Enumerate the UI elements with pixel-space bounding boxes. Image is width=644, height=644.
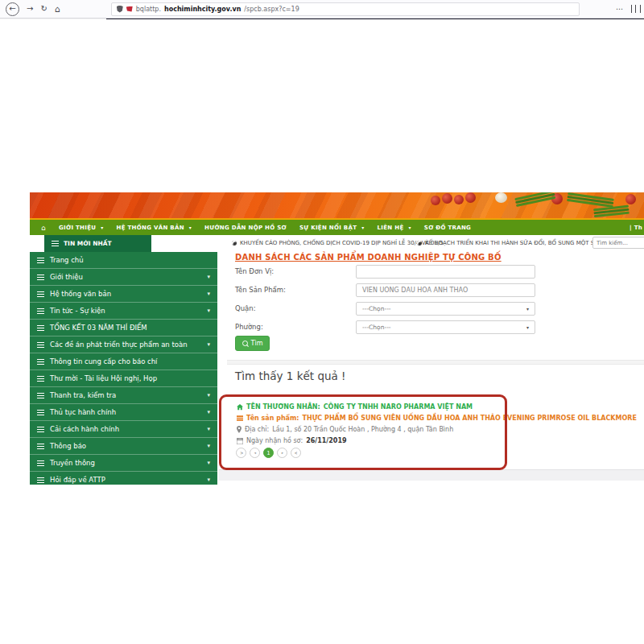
nav-item-so-do-trang[interactable]: SƠ ĐỒ TRANG (418, 225, 477, 231)
list-icon (37, 410, 44, 415)
sidebar-item-label: Trang chủ (50, 256, 84, 264)
library-icon[interactable] (631, 5, 641, 13)
sidebar-item-thong-tin-bao-chi[interactable]: Thông tin cung cấp cho báo chí (30, 353, 217, 370)
chevron-down-icon: ▾ (207, 426, 210, 432)
quan-select-value: ---Chọn--- (362, 305, 391, 312)
sidebar-item-thong-bao[interactable]: Thông báo▾ (30, 438, 217, 455)
field-label-ten-san-pham: Tên Sản Phẩm: (235, 286, 286, 294)
list-icon (37, 325, 44, 331)
site-favicon-icon (126, 6, 133, 12)
ticker-item[interactable]: KHUYẾN CÁO PHÒNG, CHỐNG DỊCH COVID-19 DỊ… (232, 240, 444, 246)
chevron-down-icon: ▾ (207, 460, 210, 466)
back-button[interactable]: ← (6, 2, 19, 16)
sidebar-item-label: Hỏi đáp về ATTP (50, 476, 105, 484)
ten-don-vi-input[interactable] (356, 265, 535, 279)
sidebar-item-cac-de-an[interactable]: Các đề án phát triển thực phẩm an toàn▾ (30, 336, 217, 353)
address-bar[interactable]: bqlattp.hochiminhcity.gov.vn/spcb.aspx?c… (111, 2, 580, 16)
forward-icon[interactable]: → (27, 5, 33, 13)
url-prefix: bqlattp. (136, 6, 161, 13)
list-icon (37, 477, 44, 483)
search-button-label: Tìm (251, 340, 263, 347)
list-icon (37, 444, 44, 449)
ticker-item[interactable]: KẾ HOẠCH TRIỂN KHAI THI HÀNH SỬA ĐỔI, BỔ… (417, 240, 613, 246)
nav-home-icon[interactable]: ⌂ (30, 224, 52, 232)
sidebar-item-label: Thông tin cung cấp cho báo chí (50, 357, 157, 365)
list-icon (37, 359, 44, 365)
sidebar-item-trang-chu[interactable]: Trang chủ (30, 252, 217, 269)
overflow-menu-icon[interactable]: ⋯ (616, 5, 624, 13)
list-icon (37, 291, 44, 297)
banner-tomato-decor (442, 193, 452, 204)
sidebar-item-label: Hệ thống văn bản (50, 290, 111, 298)
chevron-down-icon: ▾ (526, 306, 529, 312)
banner-tomato-decor (454, 195, 464, 204)
sidebar-item-he-thong-van-ban[interactable]: Hệ thống văn bản▾ (30, 286, 217, 303)
nav-item-he-thong-van-ban[interactable]: HỆ THỐNG VĂN BẢN (110, 225, 199, 231)
url-domain: hochiminhcity.gov.vn (164, 6, 241, 13)
sidebar-item-label: Thư mời - Tài liệu Hội nghị, Họp (50, 374, 157, 382)
site-search-input[interactable] (592, 237, 644, 249)
chevron-down-icon: ▾ (207, 274, 210, 280)
banner-tomato-decor (625, 194, 636, 204)
sidebar-item-thu-moi[interactable]: Thư mời - Tài liệu Hội nghị, Họp (30, 370, 217, 387)
site-banner (30, 192, 644, 218)
sidebar-item-cai-cach-hanh-chinh[interactable]: Cải cách hành chính▾ (30, 421, 217, 438)
sidebar-item-truyen-thong[interactable]: Truyền thông▾ (30, 455, 217, 472)
banner-beans-decor (593, 205, 629, 212)
reload-icon[interactable]: ↻ (40, 5, 47, 13)
sidebar-item-label: Thông báo (50, 442, 86, 450)
sidebar-item-tin-tuc-su-kien[interactable]: Tin tức - Sự kiện▾ (30, 303, 217, 320)
field-label-ten-don-vi: Tên Đơn Vị: (235, 267, 274, 275)
chevron-down-icon: ▾ (207, 392, 210, 398)
sidebar-item-clipped[interactable]: Hỏi đáp về ATTP▾ (30, 472, 217, 485)
annotation-box (219, 394, 507, 470)
banner-beans-decor (514, 192, 555, 200)
sidebar-item-thu-tuc-hanh-chinh[interactable]: Thủ tục hành chính▾ (30, 404, 217, 421)
banner-beans-decor (568, 192, 614, 201)
ten-san-pham-input[interactable] (356, 283, 535, 297)
list-icon (37, 342, 44, 348)
sidebar-item-label: Thanh tra, kiểm tra (50, 391, 116, 399)
list-icon (52, 241, 59, 246)
chevron-down-icon: ▾ (207, 443, 210, 449)
clock-icon (232, 241, 237, 246)
sidebar-item-gioi-thieu[interactable]: Giới thiệu▾ (30, 269, 217, 286)
sidebar-item-tong-ket[interactable]: TỔNG KẾT 03 NĂM THÍ ĐIỂM (30, 320, 217, 336)
sidebar-item-label: Truyền thông (50, 459, 95, 467)
chevron-down-icon: ▾ (207, 291, 210, 297)
banner-garlic-decor (495, 192, 507, 203)
chevron-down-icon: ▾ (207, 477, 210, 483)
list-icon (37, 460, 44, 466)
chevron-down-icon: ▾ (207, 308, 210, 314)
shield-icon (117, 6, 123, 13)
chevron-down-icon: ▾ (207, 409, 210, 415)
clock-icon (417, 241, 422, 246)
search-icon (242, 341, 248, 346)
nav-item-su-kien-noi-bat[interactable]: SỰ KIỆN NỔI BẬT (293, 225, 371, 231)
section-divider (227, 360, 644, 365)
page-title[interactable]: DANH SÁCH CÁC SẢN PHẨM DOANH NGHIỆP TỰ C… (235, 253, 502, 262)
sidebar-item-thanh-tra[interactable]: Thanh tra, kiểm tra▾ (30, 387, 217, 404)
nav-item-huong-dan-nop-ho-so[interactable]: HƯỚNG DẪN NỘP HỒ SƠ (198, 225, 293, 231)
sidebar-item-label: Tin tức - Sự kiện (50, 307, 105, 315)
quan-select[interactable]: ---Chọn--- ▾ (356, 302, 535, 316)
footer-strip (219, 469, 644, 481)
banner-tomato-decor (431, 196, 440, 205)
latest-news-label: TIN MỚI NHẤT (44, 235, 151, 252)
home-icon[interactable]: ⌂ (55, 5, 60, 14)
list-icon (37, 258, 44, 263)
list-icon (37, 393, 44, 398)
field-label-quan: Quận: (235, 304, 256, 312)
chevron-down-icon: ▾ (207, 341, 210, 348)
browser-toolbar: ← → ↻ ⌂ bqlattp.hochiminhcity.gov.vn/spc… (0, 0, 644, 19)
sidebar-item-label: Cải cách hành chính (50, 425, 119, 433)
toolbar-right-icons: ⋯ (616, 5, 644, 13)
list-icon (37, 275, 44, 280)
nav-item-lien-he[interactable]: LIÊN HỆ (371, 225, 418, 231)
search-button[interactable]: Tìm (235, 336, 270, 351)
main-nav: ⌂ GIỚI THIỆU HỆ THỐNG VĂN BẢN HƯỚNG DẪN … (30, 220, 644, 235)
nav-item-gioi-thieu[interactable]: GIỚI THIỆU (52, 225, 110, 231)
phuong-select[interactable]: ---Chọn--- ▾ (356, 320, 535, 334)
back-icon: ← (9, 5, 15, 13)
sidebar-menu: Trang chủ Giới thiệu▾ Hệ thống văn bản▾ … (30, 252, 217, 485)
